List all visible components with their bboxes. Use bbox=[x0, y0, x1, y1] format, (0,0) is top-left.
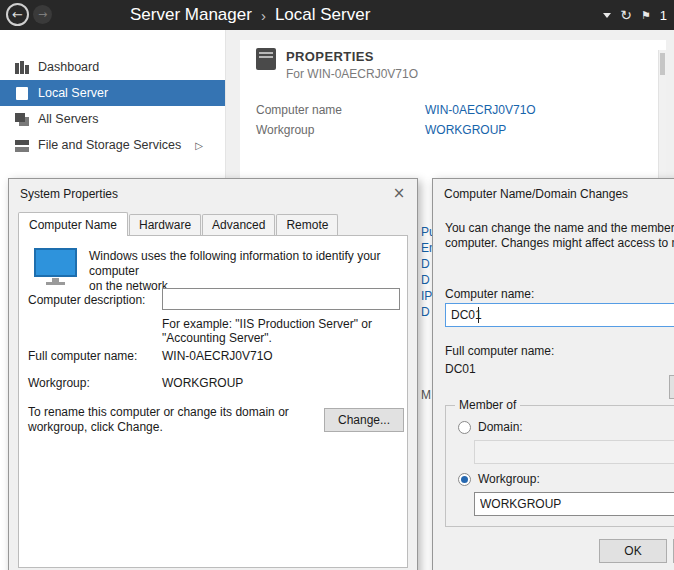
tab-computer-name[interactable]: Computer Name bbox=[18, 212, 128, 236]
computer-name-field-wrap bbox=[445, 303, 674, 327]
computer-name-tab-page: Windows uses the following information t… bbox=[18, 235, 408, 568]
description-example-text: For example: "IIS Production Server" or … bbox=[162, 317, 372, 345]
computer-name-input[interactable] bbox=[445, 303, 674, 327]
full-computer-name-value: WIN-0AECRJ0V71O bbox=[162, 349, 273, 363]
breadcrumb: Server Manager › Local Server bbox=[130, 0, 370, 30]
computer-description-label: Computer description: bbox=[28, 293, 145, 307]
identification-text-line2: on the network. bbox=[89, 279, 171, 293]
domain-changes-intro-line2: computer. Changes might affect access to… bbox=[445, 236, 674, 250]
servers-icon bbox=[15, 113, 29, 126]
back-button[interactable]: ← bbox=[6, 3, 29, 26]
breadcrumb-section[interactable]: Local Server bbox=[275, 5, 370, 25]
expand-right-icon[interactable]: ▷ bbox=[195, 140, 203, 151]
computer-name-label: Computer name: bbox=[445, 287, 534, 301]
occluded-link-fragment[interactable]: IP bbox=[421, 289, 432, 303]
domain-changes-intro-text: You can change the name and the membersh… bbox=[445, 221, 674, 251]
workgroup-input[interactable] bbox=[474, 492, 674, 516]
identification-text-line1: Windows uses the following information t… bbox=[89, 249, 380, 278]
server-manager-window: ← → Server Manager › Local Server ↻ ⚑ 1 … bbox=[0, 0, 674, 570]
system-properties-dialog: System Properties × Computer Name Hardwa… bbox=[8, 178, 418, 570]
sidebar-item-file-storage-services[interactable]: File and Storage Services ▷ bbox=[0, 132, 225, 158]
sidebar-item-label: Dashboard bbox=[38, 60, 99, 74]
scrollbar-thumb[interactable] bbox=[660, 53, 665, 75]
computer-description-input[interactable] bbox=[162, 288, 400, 310]
workgroup-radio-row: Workgroup: bbox=[458, 472, 540, 486]
tab-hardware[interactable]: Hardware bbox=[129, 214, 201, 235]
refresh-icon[interactable]: ↻ bbox=[620, 7, 632, 23]
workgroup-link[interactable]: WORKGROUP bbox=[425, 123, 506, 137]
properties-heading: PROPERTIES bbox=[286, 49, 374, 64]
workgroup-radio-button[interactable] bbox=[458, 473, 471, 486]
workgroup-value: WORKGROUP bbox=[162, 376, 243, 390]
domain-radio-label: Domain: bbox=[478, 420, 523, 434]
domain-radio-button[interactable] bbox=[458, 421, 471, 434]
computer-monitor-icon bbox=[33, 248, 79, 292]
property-label: Workgroup bbox=[256, 123, 314, 137]
server-properties-icon bbox=[256, 48, 276, 74]
ok-button[interactable]: OK bbox=[599, 539, 667, 563]
topbar-actions: ↻ ⚑ 1 bbox=[603, 0, 667, 30]
member-of-label: Member of bbox=[455, 398, 520, 412]
description-example-line1: For example: "IIS Production Server" or bbox=[162, 317, 372, 331]
tab-strip: Computer Name Hardware Advanced Remote bbox=[18, 213, 408, 235]
close-icon[interactable]: × bbox=[390, 184, 408, 202]
domain-changes-intro-line1: You can change the name and the membersh… bbox=[445, 221, 674, 235]
member-of-groupbox: Member of Domain: Workgroup: bbox=[445, 405, 674, 527]
sidebar-item-label: File and Storage Services bbox=[38, 138, 181, 152]
title-bar: ← → Server Manager › Local Server ↻ ⚑ 1 bbox=[0, 0, 674, 30]
rename-instruction-text: To rename this computer or change its do… bbox=[28, 405, 289, 435]
occluded-link-fragment[interactable]: D bbox=[421, 305, 430, 319]
notification-count[interactable]: 1 bbox=[660, 8, 667, 23]
properties-subheading: For WIN-0AECRJ0V71O bbox=[286, 67, 418, 81]
property-row: Workgroup WORKGROUP bbox=[240, 123, 666, 139]
sidebar-item-dashboard[interactable]: Dashboard bbox=[0, 54, 225, 80]
full-computer-name-value: DC01 bbox=[445, 362, 476, 376]
workgroup-radio-label: Workgroup: bbox=[478, 472, 540, 486]
dashboard-icon bbox=[15, 61, 29, 74]
more-button-cutoff[interactable] bbox=[669, 375, 674, 399]
chevron-down-icon[interactable] bbox=[603, 13, 611, 18]
change-button[interactable]: Change... bbox=[324, 408, 404, 432]
text-cursor bbox=[478, 307, 479, 323]
workgroup-label: Workgroup: bbox=[28, 376, 90, 390]
sidebar-item-local-server[interactable]: Local Server bbox=[0, 80, 225, 106]
domain-radio-row: Domain: bbox=[458, 420, 523, 434]
breadcrumb-separator-icon: › bbox=[261, 6, 266, 24]
rename-instruction-line2: workgroup, click Change. bbox=[28, 420, 163, 434]
sidebar-item-label: Local Server bbox=[38, 86, 108, 100]
property-label: Computer name bbox=[256, 103, 342, 117]
dialog-title: Computer Name/Domain Changes bbox=[444, 187, 628, 201]
dialog-title: System Properties bbox=[20, 187, 118, 201]
forward-button[interactable]: → bbox=[33, 5, 52, 24]
sidebar-item-all-servers[interactable]: All Servers bbox=[0, 106, 225, 132]
tab-advanced[interactable]: Advanced bbox=[202, 214, 275, 235]
computer-name-link[interactable]: WIN-0AECRJ0V71O bbox=[425, 103, 536, 117]
storage-icon bbox=[15, 139, 29, 152]
rename-instruction-line1: To rename this computer or change its do… bbox=[28, 405, 289, 419]
sidebar-item-label: All Servers bbox=[38, 112, 98, 126]
occluded-text-fragment: M bbox=[421, 388, 431, 402]
full-computer-name-label: Full computer name: bbox=[28, 349, 137, 363]
occluded-link-fragment[interactable]: D bbox=[421, 257, 430, 271]
property-row: Computer name WIN-0AECRJ0V71O bbox=[240, 103, 666, 119]
notification-flag-icon[interactable]: ⚑ bbox=[641, 9, 651, 22]
full-computer-name-label: Full computer name: bbox=[445, 344, 554, 358]
domain-input[interactable] bbox=[474, 440, 674, 464]
description-example-line2: "Accounting Server". bbox=[162, 331, 272, 345]
server-icon bbox=[15, 87, 29, 100]
domain-changes-dialog: Computer Name/Domain Changes You can cha… bbox=[432, 178, 674, 570]
occluded-link-fragment[interactable]: D bbox=[421, 273, 430, 287]
breadcrumb-app-title[interactable]: Server Manager bbox=[130, 5, 252, 25]
tab-remote[interactable]: Remote bbox=[276, 214, 338, 235]
